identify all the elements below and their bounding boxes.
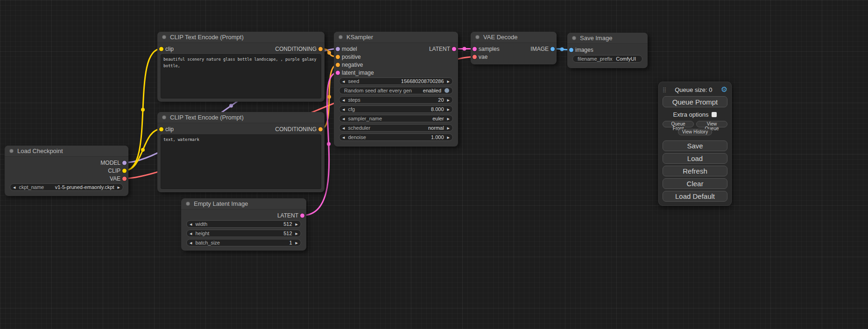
- decrement-arrow-icon[interactable]: ◀: [342, 136, 345, 139]
- widget-label: scheduler: [348, 125, 370, 131]
- model-output-port[interactable]: [122, 161, 127, 165]
- decrement-arrow-icon[interactable]: ◀: [13, 186, 15, 189]
- queue-prompt-button[interactable]: Queue Prompt: [663, 96, 727, 107]
- increment-arrow-icon[interactable]: ▶: [447, 80, 450, 83]
- increment-arrow-icon[interactable]: ▶: [447, 108, 450, 111]
- node-status-dot-icon[interactable]: [162, 115, 166, 119]
- save-button[interactable]: Save: [663, 140, 727, 151]
- negative-prompt-textarea[interactable]: text, watermark: [161, 134, 321, 189]
- scheduler-combo-widget[interactable]: ◀ scheduler normal ▶: [339, 124, 453, 132]
- latent-output-port[interactable]: [452, 47, 456, 51]
- node-ksampler[interactable]: KSampler model LATENT positive negative …: [334, 32, 458, 147]
- view-queue-button[interactable]: View Queue: [696, 121, 727, 127]
- view-history-button[interactable]: View History: [678, 129, 712, 135]
- image-output-port[interactable]: [550, 47, 555, 51]
- clip-output-label: CLIP: [108, 168, 120, 174]
- increment-arrow-icon[interactable]: ▶: [447, 117, 450, 120]
- conditioning-output-port[interactable]: [318, 127, 323, 131]
- node-status-dot-icon[interactable]: [339, 35, 343, 39]
- slot-row: model LATENT: [334, 45, 458, 53]
- decrement-arrow-icon[interactable]: ◀: [190, 241, 192, 245]
- node-load-checkpoint[interactable]: Load Checkpoint MODEL CLIP VAE ◀ ckpt_na…: [5, 146, 128, 196]
- decrement-arrow-icon[interactable]: ◀: [342, 80, 345, 83]
- slot-row: latent_image: [334, 69, 458, 77]
- node-status-dot-icon[interactable]: [475, 35, 480, 39]
- filename-prefix-text-widget[interactable]: filename_prefix ComfyUI: [572, 55, 642, 63]
- node-titlebar[interactable]: KSampler: [334, 32, 458, 43]
- increment-arrow-icon[interactable]: ▶: [296, 232, 298, 235]
- extra-options-checkbox[interactable]: [712, 112, 717, 117]
- latent-image-input-port[interactable]: [336, 70, 340, 75]
- increment-arrow-icon[interactable]: ▶: [118, 186, 120, 189]
- node-titlebar[interactable]: Load Checkpoint: [5, 146, 128, 157]
- images-input-port[interactable]: [569, 48, 573, 52]
- image-output-label: IMAGE: [530, 46, 549, 52]
- node-save-image[interactable]: Save Image images filename_prefix ComfyU…: [567, 33, 648, 68]
- node-empty-latent-image[interactable]: Empty Latent Image LATENT ◀ width 512 ▶ …: [181, 198, 306, 251]
- negative-input-port[interactable]: [336, 63, 340, 67]
- decrement-arrow-icon[interactable]: ◀: [190, 232, 192, 235]
- node-titlebar[interactable]: VAE Decode: [471, 32, 557, 43]
- node-clip-text-encode-negative[interactable]: CLIP Text Encode (Prompt) clip CONDITION…: [157, 112, 325, 192]
- cfg-number-widget[interactable]: ◀ cfg 8.000 ▶: [339, 105, 453, 113]
- increment-arrow-icon[interactable]: ▶: [447, 98, 450, 102]
- extra-options-label: Extra options: [673, 111, 709, 118]
- ckpt-name-combo-widget[interactable]: ◀ ckpt_name v1-5-pruned-emaonly.ckpt ▶: [10, 183, 123, 191]
- increment-arrow-icon[interactable]: ▶: [447, 136, 450, 139]
- model-input-port[interactable]: [336, 47, 340, 51]
- node-titlebar[interactable]: CLIP Text Encode (Prompt): [157, 112, 325, 123]
- decrement-arrow-icon[interactable]: ◀: [342, 98, 345, 102]
- load-default-button[interactable]: Load Default: [663, 191, 727, 202]
- decrement-arrow-icon[interactable]: ◀: [190, 223, 192, 226]
- steps-number-widget[interactable]: ◀ steps 20 ▶: [339, 96, 453, 104]
- sampler-name-combo-widget[interactable]: ◀ sampler_name euler ▶: [339, 115, 453, 122]
- increment-arrow-icon[interactable]: ▶: [296, 223, 298, 226]
- vae-output-port[interactable]: [122, 176, 127, 181]
- node-clip-text-encode-positive[interactable]: CLIP Text Encode (Prompt) clip CONDITION…: [157, 32, 325, 102]
- graph-canvas[interactable]: Load Checkpoint MODEL CLIP VAE ◀ ckpt_na…: [0, 0, 868, 329]
- clip-input-port[interactable]: [159, 127, 163, 131]
- positive-prompt-textarea[interactable]: beautiful scenery nature glass bottle la…: [161, 54, 321, 98]
- toggle-indicator-icon[interactable]: [445, 88, 449, 93]
- random-seed-toggle-widget[interactable]: Random seed after every gen enabled: [339, 87, 453, 94]
- height-number-widget[interactable]: ◀ height 512 ▶: [186, 230, 301, 237]
- drag-handle-icon[interactable]: ⣿: [663, 87, 666, 93]
- width-number-widget[interactable]: ◀ width 512 ▶: [186, 220, 301, 228]
- node-title-text: CLIP Text Encode (Prompt): [170, 34, 244, 41]
- latent-output-port[interactable]: [300, 213, 304, 217]
- seed-number-widget[interactable]: ◀ seed 156680208700286 ▶: [339, 77, 453, 85]
- node-status-dot-icon[interactable]: [9, 149, 14, 153]
- node-titlebar[interactable]: Save Image: [567, 33, 648, 44]
- vae-input-port[interactable]: [473, 55, 477, 59]
- node-status-dot-icon[interactable]: [572, 36, 576, 40]
- node-status-dot-icon[interactable]: [162, 35, 166, 39]
- clear-button[interactable]: Clear: [663, 178, 727, 189]
- conditioning-output-port[interactable]: [318, 47, 323, 51]
- widget-value: 512: [283, 231, 292, 236]
- node-vae-decode[interactable]: VAE Decode samples IMAGE vae: [471, 32, 557, 64]
- increment-arrow-icon[interactable]: ▶: [296, 241, 298, 245]
- positive-input-port[interactable]: [336, 55, 340, 59]
- extra-options-row: Extra options: [663, 111, 727, 118]
- decrement-arrow-icon[interactable]: ◀: [342, 117, 345, 120]
- link-midpoint-dot: [327, 95, 331, 99]
- node-titlebar[interactable]: CLIP Text Encode (Prompt): [157, 32, 325, 43]
- queue-menu-panel: ⣿ Queue size: 0 ⚙ Queue Prompt Extra opt…: [658, 82, 732, 206]
- clip-output-port[interactable]: [122, 168, 127, 173]
- slot-row: samples IMAGE: [471, 45, 557, 53]
- decrement-arrow-icon[interactable]: ◀: [342, 108, 345, 111]
- clip-input-port[interactable]: [159, 47, 163, 51]
- node-status-dot-icon[interactable]: [186, 202, 190, 206]
- samples-input-port[interactable]: [473, 47, 477, 51]
- denoise-number-widget[interactable]: ◀ denoise 1.000 ▶: [339, 133, 453, 141]
- link-midpoint-dot: [327, 142, 331, 146]
- slot-row: clip CONDITIONING: [157, 125, 325, 133]
- load-button[interactable]: Load: [663, 153, 727, 164]
- refresh-button[interactable]: Refresh: [663, 166, 727, 176]
- queue-front-button[interactable]: Queue Front: [663, 121, 694, 127]
- settings-gear-icon[interactable]: ⚙: [721, 86, 727, 93]
- increment-arrow-icon[interactable]: ▶: [447, 126, 450, 130]
- batch-size-number-widget[interactable]: ◀ batch_size 1 ▶: [186, 239, 301, 246]
- node-titlebar[interactable]: Empty Latent Image: [181, 198, 306, 210]
- decrement-arrow-icon[interactable]: ◀: [342, 126, 345, 130]
